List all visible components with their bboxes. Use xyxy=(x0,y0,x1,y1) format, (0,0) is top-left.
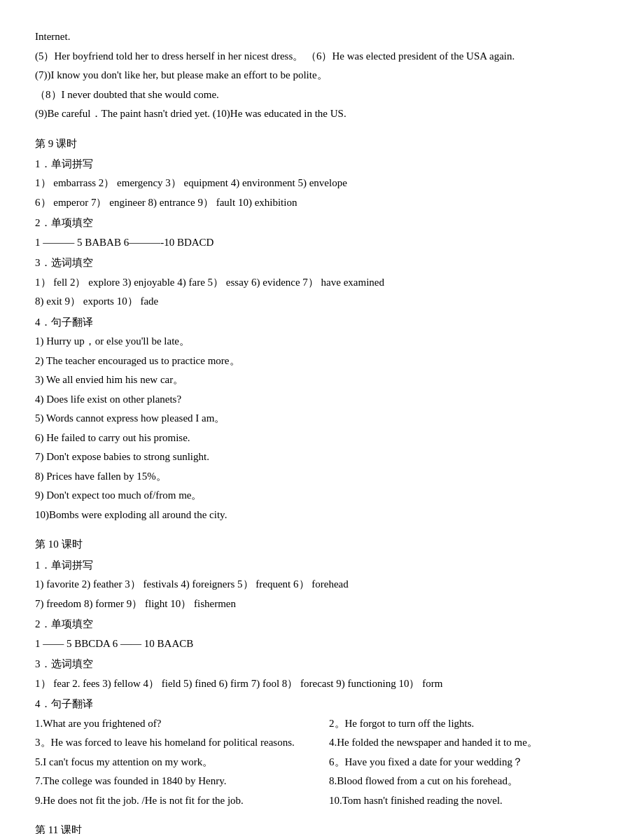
lesson9-s1-row1: 1） embarrass 2） emergency 3） equipment 4… xyxy=(35,174,609,193)
page-content: Internet. (5）Her boyfriend told her to d… xyxy=(35,28,609,834)
lesson9-s4-items: 1) Hurry up，or else you'll be late。2) Th… xyxy=(35,333,609,524)
lesson10-s4-row-4: 9.He does not fit the job. /He is not fi… xyxy=(35,792,609,810)
lesson10-s1-row2: 7) freedom 8) former 9） flight 10） fishe… xyxy=(35,595,609,613)
lesson9-s4-item-5: 6) He failed to carry out his promise. xyxy=(35,429,609,447)
intro-line-4: （8）I never doubted that she would come. xyxy=(35,86,609,104)
lesson9-s1-title: 1．单词拼写 xyxy=(35,155,609,174)
intro-section: Internet. (5）Her boyfriend told her to d… xyxy=(35,28,609,123)
lesson10-s3-title: 3．选词填空 xyxy=(35,655,609,674)
lesson10-s4-title: 4．句子翻译 xyxy=(35,695,609,714)
lesson10-s4-left-3: 7.The college was founded in 1840 by Hen… xyxy=(35,772,315,791)
intro-line-3: (7))I know you don't like her, but pleas… xyxy=(35,67,609,85)
lesson9-s1-row2: 6） emperor 7） engineer 8) entrance 9） fa… xyxy=(35,194,609,212)
lesson11-title: 第 11 课时 xyxy=(35,821,609,834)
lesson10-s4-left-1: 3。He was forced to leave his homeland fo… xyxy=(35,734,315,752)
lesson9-s3-row2: 8) exit 9） exports 10） fade xyxy=(35,293,609,311)
lesson10-s1-title: 1．单词拼写 xyxy=(35,557,609,575)
lesson9-s4-item-3: 4) Does life exist on other planets? xyxy=(35,391,609,409)
lesson9-s4-item-8: 9) Don't expect too much of/from me。 xyxy=(35,487,609,505)
lesson10-s4-right-2: 6。Have you fixed a date for your wedding… xyxy=(329,753,609,772)
lesson10-s4-row-0: 1.What are you frightened of?2。He forgot… xyxy=(35,715,609,733)
intro-line-5: (9)Be careful．The paint hasn't dried yet… xyxy=(35,105,609,123)
lesson9-s2-title: 2．单项填空 xyxy=(35,214,609,232)
lesson10-s4-right-4: 10.Tom hasn't finished reading the novel… xyxy=(329,792,609,810)
lesson10-s4-row-1: 3。He was forced to leave his homeland fo… xyxy=(35,734,609,752)
lesson10-s4-row-2: 5.I can't focus my attention on my work。… xyxy=(35,753,609,772)
lesson11-section: 第 11 课时 1.单词拼写 1. garage 2。 guilty 3. gr… xyxy=(35,821,609,834)
lesson10-s4-left-0: 1.What are you frightened of? xyxy=(35,715,315,733)
lesson10-s1-row1: 1) favorite 2) feather 3） festivals 4) f… xyxy=(35,576,609,594)
lesson9-s4-item-0: 1) Hurry up，or else you'll be late。 xyxy=(35,333,609,351)
intro-line-2: (5）Her boyfriend told her to dress herse… xyxy=(35,48,609,66)
lesson9-s4-item-4: 5) Words cannot express how pleased I am… xyxy=(35,410,609,428)
intro-line-1: Internet. xyxy=(35,28,609,46)
lesson9-s4-item-7: 8) Prices have fallen by 15%。 xyxy=(35,468,609,486)
lesson10-s4-row-3: 7.The college was founded in 1840 by Hen… xyxy=(35,772,609,791)
lesson9-title: 第 9 课时 xyxy=(35,134,609,153)
lesson10-title: 第 10 课时 xyxy=(35,535,609,553)
lesson10-s4-right-0: 2。He forgot to turn off the lights. xyxy=(329,715,609,733)
lesson9-section: 第 9 课时 1．单词拼写 1） embarrass 2） emergency … xyxy=(35,134,609,524)
lesson10-s4-right-1: 4.He folded the newspaper and handed it … xyxy=(329,734,609,752)
lesson10-s3-row1: 1） fear 2. fees 3) fellow 4） field 5) fi… xyxy=(35,675,609,693)
lesson9-s2-row1: 1 ——— 5 BABAB 6———-10 BDACD xyxy=(35,234,609,252)
lesson10-s2-row1: 1 —— 5 BBCDA 6 —— 10 BAACB xyxy=(35,635,609,653)
lesson10-s4-items: 1.What are you frightened of?2。He forgot… xyxy=(35,715,609,810)
lesson9-s3-title: 3．选词填空 xyxy=(35,254,609,272)
lesson9-s4-item-2: 3) We all envied him his new car。 xyxy=(35,371,609,389)
lesson10-section: 第 10 课时 1．单词拼写 1) favorite 2) feather 3）… xyxy=(35,535,609,809)
lesson9-s3-row1: 1） fell 2） explore 3) enjoyable 4) fare … xyxy=(35,274,609,292)
lesson9-s4-title: 4．句子翻译 xyxy=(35,314,609,332)
lesson9-s4-item-1: 2) The teacher encouraged us to practice… xyxy=(35,352,609,370)
lesson9-s4-item-9: 10)Bombs were exploding all around the c… xyxy=(35,506,609,524)
lesson9-s4-item-6: 7) Don't expose babies to strong sunligh… xyxy=(35,448,609,466)
lesson10-s4-left-4: 9.He does not fit the job. /He is not fi… xyxy=(35,792,315,810)
lesson10-s4-left-2: 5.I can't focus my attention on my work。 xyxy=(35,753,315,772)
lesson10-s2-title: 2．单项填空 xyxy=(35,616,609,634)
lesson10-s4-right-3: 8.Blood flowed from a cut on his forehea… xyxy=(329,772,609,791)
